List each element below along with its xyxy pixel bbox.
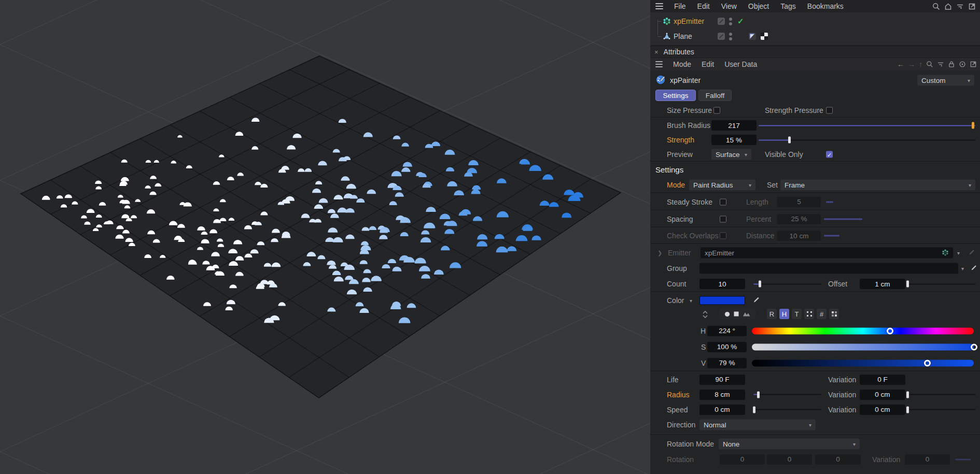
menu-edit[interactable]: Edit bbox=[692, 2, 716, 10]
life-field[interactable]: 90 F bbox=[699, 375, 745, 385]
visibility-dots[interactable] bbox=[729, 33, 732, 40]
swatches-mode-button[interactable] bbox=[829, 309, 839, 319]
speed-variation-slider[interactable] bbox=[907, 406, 975, 413]
rotation-variation-field[interactable]: 0 bbox=[905, 454, 950, 465]
group-link-field[interactable] bbox=[699, 263, 958, 274]
wheel-mode-icon[interactable] bbox=[724, 311, 730, 317]
menu-view[interactable]: View bbox=[716, 2, 743, 10]
filter-icon[interactable] bbox=[956, 3, 964, 10]
tab-falloff[interactable]: Falloff bbox=[698, 90, 732, 101]
strength-slider[interactable] bbox=[759, 137, 975, 143]
emitter-link-field[interactable]: xpEmitter bbox=[701, 247, 953, 258]
toolbar-mode[interactable]: Mode bbox=[668, 60, 696, 68]
mixer-mode-button[interactable] bbox=[804, 309, 814, 319]
collapse-chevrons-icon[interactable] bbox=[702, 310, 708, 319]
popout-icon[interactable] bbox=[968, 3, 976, 10]
hamburger-menu-icon[interactable] bbox=[655, 61, 663, 67]
phong-tag-icon[interactable] bbox=[760, 32, 768, 40]
radius-field[interactable]: 8 cm bbox=[699, 390, 745, 400]
eyedropper-icon[interactable] bbox=[752, 296, 760, 304]
forward-arrow-icon[interactable]: → bbox=[908, 60, 915, 68]
count-field[interactable]: 10 bbox=[699, 279, 745, 289]
hsv-mode-button[interactable]: H bbox=[779, 309, 789, 319]
rotation-b-field[interactable]: 0 bbox=[815, 454, 861, 465]
color-swatch[interactable] bbox=[699, 296, 745, 305]
hex-mode-button[interactable]: # bbox=[817, 309, 827, 319]
radius-slider[interactable] bbox=[753, 391, 821, 398]
size-pressure-checkbox[interactable] bbox=[713, 107, 720, 114]
val-slider[interactable] bbox=[752, 360, 974, 366]
spectrum-mode-icon[interactable] bbox=[743, 311, 750, 317]
speed-variation-field[interactable]: 0 cm bbox=[860, 405, 905, 415]
count-slider[interactable] bbox=[753, 281, 821, 288]
preview-dropdown[interactable]: Surface▾ bbox=[711, 149, 751, 160]
offset-field[interactable]: 1 cm bbox=[860, 279, 905, 289]
life-variation-field[interactable]: 0 F bbox=[860, 375, 905, 385]
viewport-canvas[interactable] bbox=[0, 0, 650, 474]
rotation-h-field[interactable]: 0 bbox=[720, 454, 765, 465]
menu-object[interactable]: Object bbox=[743, 2, 775, 10]
object-name[interactable]: Plane bbox=[674, 32, 692, 40]
up-arrow-icon[interactable]: ↑ bbox=[919, 60, 922, 68]
search-icon[interactable] bbox=[932, 3, 940, 10]
steady-stroke-checkbox[interactable] bbox=[720, 198, 726, 205]
object-row-xpemitter[interactable]: xpEmitter ✓ bbox=[650, 15, 980, 27]
chevron-down-icon[interactable]: ▾ bbox=[961, 266, 964, 271]
mode-dropdown[interactable]: Paint Radius▾ bbox=[689, 179, 755, 190]
brush-radius-slider[interactable] bbox=[759, 122, 975, 129]
speed-field[interactable]: 0 cm bbox=[699, 405, 745, 415]
menu-bookmarks[interactable]: Bookmarks bbox=[802, 2, 849, 10]
spacing-checkbox[interactable] bbox=[720, 216, 726, 222]
length-field[interactable]: 5 bbox=[777, 197, 821, 207]
val-field[interactable]: 79 % bbox=[707, 358, 747, 368]
filter-icon[interactable] bbox=[937, 61, 944, 68]
hamburger-menu-icon[interactable] bbox=[655, 3, 663, 9]
eyedropper-icon[interactable] bbox=[970, 265, 977, 272]
eyedropper-icon[interactable] bbox=[968, 249, 975, 256]
layer-badge-icon[interactable] bbox=[718, 33, 725, 40]
radius-variation-field[interactable]: 0 cm bbox=[860, 390, 905, 400]
object-row-plane[interactable]: Plane bbox=[650, 30, 980, 42]
rotation-p-field[interactable]: 0 bbox=[767, 454, 812, 465]
3d-viewport[interactable] bbox=[0, 0, 650, 474]
rgb-mode-button[interactable]: R bbox=[767, 309, 777, 319]
search-icon[interactable] bbox=[926, 61, 933, 68]
brush-radius-field[interactable]: 217 bbox=[711, 120, 757, 131]
back-arrow-icon[interactable]: ← bbox=[897, 60, 904, 68]
toolbar-user-data[interactable]: User Data bbox=[719, 60, 762, 68]
hue-slider[interactable] bbox=[752, 327, 974, 334]
object-name[interactable]: xpEmitter bbox=[674, 17, 704, 25]
strength-pressure-checkbox[interactable] bbox=[826, 107, 833, 114]
rotation-mode-dropdown[interactable]: None▾ bbox=[719, 438, 860, 449]
hue-field[interactable]: 224 ° bbox=[707, 326, 747, 336]
enabled-check-icon[interactable]: ✓ bbox=[737, 17, 744, 26]
visibility-dots[interactable] bbox=[729, 18, 732, 25]
popout-icon[interactable] bbox=[970, 61, 977, 68]
offset-slider[interactable] bbox=[907, 281, 975, 288]
color-picker-modes[interactable] bbox=[719, 309, 755, 319]
target-icon[interactable] bbox=[959, 61, 966, 68]
menu-tags[interactable]: Tags bbox=[775, 2, 802, 10]
layer-badge-icon[interactable] bbox=[718, 18, 725, 25]
distance-field[interactable]: 10 cm bbox=[777, 231, 821, 241]
chevron-down-icon[interactable]: ▾ bbox=[690, 297, 692, 303]
menu-file[interactable]: File bbox=[668, 2, 692, 10]
tab-settings[interactable]: Settings bbox=[655, 90, 696, 101]
radius-variation-slider[interactable] bbox=[907, 391, 975, 398]
preset-dropdown[interactable]: Custom▾ bbox=[917, 75, 974, 86]
selection-tag-icon[interactable] bbox=[748, 32, 757, 40]
expand-arrow-icon[interactable]: ❯ bbox=[657, 249, 662, 256]
square-mode-icon[interactable] bbox=[734, 311, 739, 317]
home-icon[interactable] bbox=[944, 3, 952, 10]
percent-field[interactable]: 25 % bbox=[777, 214, 821, 224]
visible-only-checkbox[interactable]: ✓ bbox=[826, 151, 833, 157]
check-overlaps-checkbox[interactable] bbox=[720, 233, 726, 239]
sat-field[interactable]: 100 % bbox=[707, 342, 747, 352]
speed-slider[interactable] bbox=[753, 406, 821, 413]
temperature-mode-button[interactable]: T bbox=[792, 309, 802, 319]
direction-dropdown[interactable]: Normal▾ bbox=[699, 420, 816, 430]
strength-field[interactable]: 15 % bbox=[711, 135, 757, 145]
lock-icon[interactable] bbox=[948, 61, 955, 68]
chevron-down-icon[interactable]: ▾ bbox=[957, 250, 960, 255]
toolbar-edit[interactable]: Edit bbox=[696, 60, 719, 68]
